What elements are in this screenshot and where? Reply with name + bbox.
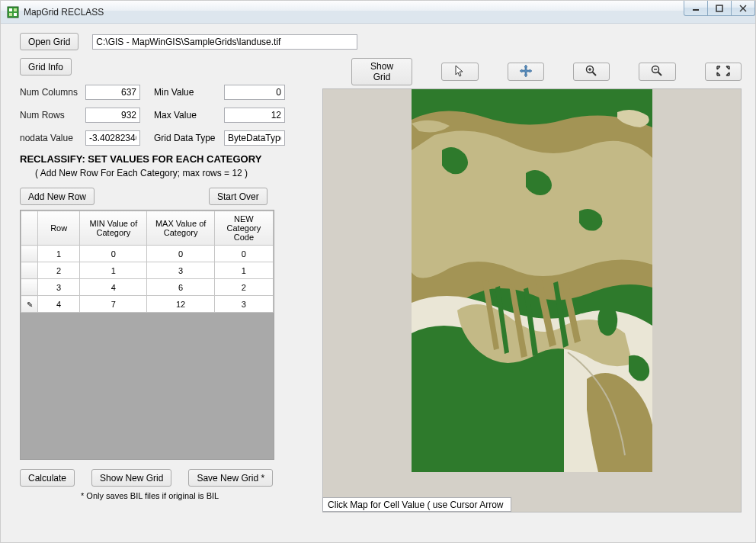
- cell-code[interactable]: 2: [214, 279, 273, 296]
- num-rows-field[interactable]: [85, 108, 140, 123]
- window-controls: [684, 1, 755, 16]
- start-over-button[interactable]: Start Over: [209, 188, 267, 205]
- left-panel: Grid Info Num Columns Min Value Num Rows…: [20, 58, 302, 500]
- cell-max[interactable]: 3: [147, 262, 214, 279]
- show-new-grid-button[interactable]: Show New Grid: [91, 469, 171, 487]
- zoom-extents-icon: [716, 66, 730, 79]
- num-columns-label: Num Columns: [20, 87, 81, 98]
- num-rows-label: Num Rows: [20, 110, 81, 120]
- pan-tool-button[interactable]: [508, 63, 544, 81]
- cursor-arrow-icon: [454, 65, 465, 79]
- table-corner: [21, 211, 38, 246]
- show-grid-button[interactable]: Show Grid: [351, 58, 412, 85]
- reclass-table-wrap: Row MIN Value of Category MAX Value of C…: [20, 210, 274, 460]
- map-image: [412, 89, 652, 472]
- cell-code[interactable]: 0: [214, 246, 273, 262]
- table-row[interactable]: 2131: [21, 262, 274, 279]
- grid-path-input[interactable]: [92, 34, 357, 50]
- num-columns-field[interactable]: [85, 85, 140, 100]
- nodata-label: nodata Value: [20, 133, 81, 143]
- app-window: MapGrid RECLASS Open Grid Grid Info Num …: [0, 0, 756, 543]
- row-header: [21, 262, 38, 279]
- svg-rect-1: [9, 8, 12, 11]
- col-code: NEW Category Code: [214, 211, 273, 246]
- open-grid-button[interactable]: Open Grid: [20, 33, 78, 50]
- cell-code[interactable]: 1: [214, 262, 273, 279]
- max-value-label: Max Value: [154, 110, 224, 120]
- svg-rect-2: [14, 8, 17, 11]
- cell-row[interactable]: 3: [38, 279, 80, 296]
- row-header: [21, 246, 38, 262]
- grid-info-button[interactable]: Grid Info: [20, 58, 72, 76]
- cell-code[interactable]: 3: [214, 296, 273, 313]
- minimize-button[interactable]: [684, 1, 708, 16]
- zoom-out-button[interactable]: [639, 63, 675, 81]
- save-note: * Only saves BIL files if original is BI…: [81, 491, 302, 500]
- window-title: MapGrid RECLASS: [24, 7, 104, 18]
- content-area: Open Grid Grid Info Num Columns Min Valu…: [1, 24, 755, 542]
- map-toolbar: Show Grid: [351, 58, 742, 85]
- reclass-table[interactable]: Row MIN Value of Category MAX Value of C…: [21, 210, 274, 313]
- nodata-field[interactable]: [85, 130, 140, 146]
- close-button[interactable]: [731, 1, 755, 16]
- add-new-row-button[interactable]: Add New Row: [20, 188, 94, 205]
- min-value-field[interactable]: [224, 85, 285, 100]
- table-row[interactable]: 3462: [21, 279, 274, 296]
- col-row: Row: [38, 211, 80, 246]
- titlebar: MapGrid RECLASS: [1, 1, 755, 24]
- row-header: ✎: [21, 296, 38, 313]
- cell-max[interactable]: 12: [147, 296, 214, 313]
- data-type-field[interactable]: [224, 130, 285, 146]
- table-row[interactable]: ✎47123: [21, 296, 274, 313]
- right-panel: Show Grid: [322, 58, 742, 533]
- edit-pencil-icon: ✎: [27, 300, 33, 309]
- cell-row[interactable]: 4: [38, 296, 80, 313]
- svg-line-14: [658, 72, 662, 76]
- svg-rect-4: [14, 13, 17, 16]
- maximize-button[interactable]: [707, 1, 732, 16]
- cell-row[interactable]: 1: [38, 246, 80, 262]
- cell-min[interactable]: 7: [80, 296, 147, 313]
- zoom-out-icon: [651, 65, 663, 79]
- cursor-tool-button[interactable]: [441, 63, 478, 81]
- cell-row[interactable]: 2: [38, 262, 80, 279]
- min-value-label: Min Value: [154, 87, 224, 98]
- row-header: [21, 279, 38, 296]
- pan-icon: [519, 64, 533, 80]
- app-icon: [7, 6, 19, 18]
- reclass-heading: RECLASSIFY: SET VALUES FOR EACH CATEGORY: [20, 153, 302, 165]
- status-area: [322, 497, 511, 512]
- zoom-in-icon: [585, 65, 597, 79]
- cell-value-status[interactable]: [322, 497, 511, 512]
- svg-rect-6: [716, 5, 722, 11]
- cell-min[interactable]: 0: [80, 246, 147, 262]
- max-value-field[interactable]: [224, 108, 285, 123]
- zoom-extents-button[interactable]: [705, 63, 742, 81]
- col-min: MIN Value of Category: [80, 211, 147, 246]
- svg-rect-3: [9, 13, 12, 16]
- table-row[interactable]: 1000: [21, 246, 274, 262]
- reclass-subhead: ( Add New Row For Each Category; max row…: [35, 168, 302, 178]
- data-type-label: Grid Data Type: [154, 133, 224, 143]
- cell-max[interactable]: 6: [147, 279, 214, 296]
- svg-line-10: [593, 72, 597, 76]
- cell-min[interactable]: 1: [80, 262, 147, 279]
- cell-max[interactable]: 0: [147, 246, 214, 262]
- cell-min[interactable]: 4: [80, 279, 147, 296]
- map-display[interactable]: [322, 88, 742, 512]
- zoom-in-button[interactable]: [573, 63, 610, 81]
- save-new-grid-button[interactable]: Save New Grid *: [188, 469, 273, 487]
- col-max: MAX Value of Category: [147, 211, 214, 246]
- calculate-button[interactable]: Calculate: [20, 469, 75, 487]
